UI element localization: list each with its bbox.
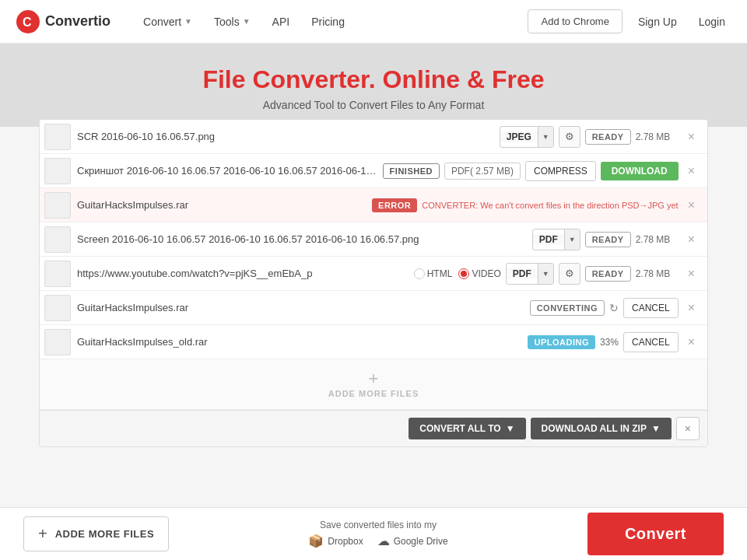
status-badge: READY — [585, 129, 631, 145]
convert-button[interactable]: Convert — [587, 513, 724, 555]
panel-close-button[interactable]: × — [676, 417, 700, 440]
remove-file-button[interactable]: × — [683, 299, 700, 317]
compress-button[interactable]: COMPRESS — [525, 161, 596, 181]
radio-group: HTML VIDEO — [414, 268, 501, 279]
settings-button[interactable]: ⚙ — [559, 126, 580, 148]
file-controls: HTML VIDEO PDF ▼ ⚙ READY 2.78 MB × — [414, 263, 700, 285]
logo[interactable]: C Convertio — [16, 9, 110, 34]
file-controls: FINISHED PDF( 2.57 MB) COMPRESS DOWNLOAD… — [383, 161, 700, 181]
file-controls: PDF ▼ READY 2.78 MB × — [532, 229, 700, 250]
status-badge: ERROR — [372, 198, 417, 212]
file-panel: SCR 2016-06-10 16.06.57.png JPEG ▼ ⚙ REA… — [39, 119, 708, 447]
file-row: GuitarHacksImpulses.rar CONVERTING ↻ CAN… — [40, 291, 707, 325]
header: C Convertio Convert ▼ Tools ▼ API Pricin… — [0, 0, 747, 44]
nav-convert[interactable]: Convert ▼ — [134, 11, 202, 33]
file-controls: CONVERTING ↻ CANCEL × — [530, 298, 700, 318]
plus-icon: + — [369, 370, 379, 387]
format-selector[interactable]: PDF ▼ — [506, 263, 554, 285]
file-thumbnail — [44, 192, 71, 219]
status-badge: FINISHED — [383, 163, 440, 179]
radio-label: HTML — [427, 268, 453, 279]
settings-button[interactable]: ⚙ — [559, 263, 580, 285]
main-content: SCR 2016-06-10 16.06.57.png JPEG ▼ ⚙ REA… — [0, 119, 747, 447]
footer-center: Save converted files into my 📦 Dropbox ☁… — [181, 520, 575, 548]
save-text: Save converted files into my — [320, 520, 437, 530]
chevron-down-icon: ▼ — [506, 423, 515, 434]
remove-file-button[interactable]: × — [683, 333, 700, 352]
remove-file-button[interactable]: × — [683, 230, 700, 249]
file-row: https://www.youtube.com/watch?v=pjKS__em… — [40, 257, 707, 291]
file-thumbnail — [44, 295, 71, 321]
dropbox-icon: 📦 — [308, 534, 324, 548]
status-badge: READY — [585, 232, 631, 247]
cancel-button[interactable]: CANCEL — [623, 332, 679, 352]
radio-circle-selected — [458, 268, 469, 279]
footer-add-files-button[interactable]: + ADDE MORE FILES — [23, 516, 169, 551]
file-row: Screen 2016-06-10 16.06.57 2016-06-10 16… — [40, 222, 707, 257]
file-controls: JPEG ▼ ⚙ READY 2.78 MB × — [500, 126, 700, 148]
hero-subtitle: Advanced Tool to Convert Files to Any Fo… — [16, 99, 731, 111]
upload-percent: 33% — [600, 337, 619, 348]
chevron-down-icon: ▼ — [651, 423, 661, 434]
logo-icon: C — [16, 9, 40, 34]
status-badge: UPLOADING — [528, 335, 595, 349]
add-more-files-row[interactable]: + ADDE MORE FILES — [40, 359, 707, 410]
add-more-label: ADDE MORE FILES — [328, 389, 419, 398]
add-to-chrome-button[interactable]: Add to Chrome — [528, 9, 622, 33]
file-name: GuitarHacksImpulses_old.rar — [77, 336, 521, 348]
format-selector[interactable]: PDF ▼ — [532, 229, 580, 250]
google-drive-label: Google Drive — [394, 536, 448, 547]
file-name: SCR 2016-06-10 16.06.57.png — [77, 131, 493, 142]
login-button[interactable]: Login — [693, 11, 731, 33]
remove-file-button[interactable]: × — [683, 264, 700, 283]
nav-pricing[interactable]: Pricing — [302, 11, 354, 33]
header-right: Add to Chrome Sign Up Login — [528, 9, 731, 33]
radio-html[interactable]: HTML — [414, 268, 453, 279]
download-button[interactable]: DOWNLOAD — [601, 162, 679, 180]
svg-text:C: C — [23, 16, 32, 29]
remove-file-button[interactable]: × — [683, 128, 700, 146]
file-controls: ERROR CONVERTER: We can't convert files … — [372, 196, 700, 215]
file-name: Screen 2016-06-10 16.06.57 2016-06-10 16… — [77, 233, 526, 245]
chevron-down-icon: ▼ — [538, 127, 553, 147]
file-row-error: GuitarHacksImpulses.rar ERROR CONVERTER:… — [40, 188, 707, 222]
radio-label: VIDEO — [472, 268, 500, 279]
file-name: GuitarHacksImpulses.rar — [77, 302, 524, 313]
chevron-down-icon: ▼ — [538, 264, 553, 284]
panel-bottom-bar: CONVERT ALL TO ▼ DOWNLOAD ALL IN ZIP ▼ × — [40, 410, 707, 446]
format-label: JPEG — [500, 131, 538, 142]
nav-tools[interactable]: Tools ▼ — [205, 11, 260, 33]
file-size: 2.78 MB — [636, 131, 679, 142]
chevron-down-icon: ▼ — [564, 229, 580, 250]
radio-circle — [414, 268, 425, 279]
status-badge: READY — [585, 266, 631, 282]
nav-api[interactable]: API — [263, 11, 300, 33]
file-row: GuitarHacksImpulses_old.rar UPLOADING 33… — [40, 325, 707, 359]
radio-dot — [461, 271, 467, 277]
file-controls: UPLOADING 33% CANCEL × — [528, 332, 700, 352]
convert-all-button[interactable]: CONVERT ALL TO ▼ — [409, 418, 525, 439]
file-row: SCR 2016-06-10 16.06.57.png JPEG ▼ ⚙ REA… — [40, 120, 707, 154]
cancel-button[interactable]: CANCEL — [623, 298, 679, 318]
file-size: 2.78 MB — [636, 268, 679, 279]
remove-file-button[interactable]: × — [683, 162, 700, 180]
download-all-button[interactable]: DOWNLOAD ALL IN ZIP ▼ — [531, 418, 672, 439]
dropbox-option[interactable]: 📦 Dropbox — [308, 534, 363, 548]
status-badge: CONVERTING — [530, 300, 605, 316]
google-drive-icon: ☁ — [377, 534, 390, 548]
cloud-options: 📦 Dropbox ☁ Google Drive — [308, 534, 447, 548]
format-label: PDF — [507, 268, 538, 279]
hero-title: File Converter. Online & Free — [16, 65, 731, 94]
logo-text: Convertio — [45, 13, 110, 30]
main-nav: Convert ▼ Tools ▼ API Pricing — [134, 11, 528, 33]
file-thumbnail — [44, 261, 71, 287]
format-selector[interactable]: JPEG ▼ — [500, 126, 554, 148]
remove-file-button[interactable]: × — [683, 196, 700, 215]
signup-button[interactable]: Sign Up — [632, 11, 683, 33]
google-drive-option[interactable]: ☁ Google Drive — [377, 534, 448, 548]
file-row: Скриншот 2016-06-10 16.06.57 2016-06-10 … — [40, 154, 707, 188]
file-name: https://www.youtube.com/watch?v=pjKS__em… — [77, 268, 408, 279]
radio-video[interactable]: VIDEO — [458, 268, 500, 279]
format-label: PDF — [533, 234, 564, 245]
file-name: GuitarHacksImpulses.rar — [77, 199, 366, 211]
